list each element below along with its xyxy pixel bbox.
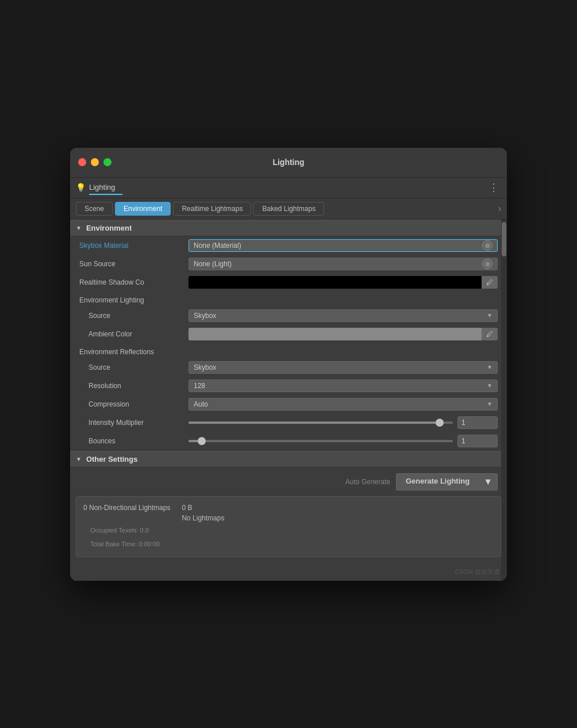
bounces-slider[interactable] xyxy=(189,440,453,442)
bounces-value: 1 xyxy=(461,437,466,445)
generate-row: Auto Generate Generate Lighting ▼ xyxy=(70,468,507,496)
intensity-multiplier-row: Intensity Multiplier 1 xyxy=(70,413,507,432)
env-lighting-source-dropdown[interactable]: Skybox ▼ xyxy=(189,309,498,322)
generate-btn-group: Generate Lighting ▼ xyxy=(396,473,498,491)
bounces-label: Bounces xyxy=(79,437,189,445)
ambient-color-color-field: 🖊 xyxy=(189,328,498,340)
resolution-field: 128 ▼ xyxy=(189,380,498,392)
compression-value: Auto xyxy=(194,400,208,408)
generate-lighting-button[interactable]: Generate Lighting xyxy=(396,473,479,491)
bounces-slider-row: 1 xyxy=(189,435,498,447)
traffic-lights xyxy=(78,158,111,166)
tab-bar-label: Lighting xyxy=(89,181,122,195)
skybox-material-value: None (Material) xyxy=(194,242,241,250)
env-lighting-source-value: Skybox xyxy=(194,312,216,320)
bounces-row: Bounces 1 xyxy=(70,432,507,450)
realtime-shadow-field: 🖊 xyxy=(189,276,498,289)
realtime-shadow-color-field: 🖊 xyxy=(189,276,498,289)
environment-section: ▼ Environment Skybox Material None (Mate… xyxy=(70,220,507,450)
lightmaps-count-text: 0 Non-Directional Lightmaps xyxy=(83,504,170,512)
tabs-row: Scene Environment Realtime Lightmaps Bak… xyxy=(70,198,507,220)
compression-label: Compression xyxy=(79,400,189,408)
scrollbar-thumb[interactable] xyxy=(502,222,506,256)
environment-lighting-label: Environment Lighting xyxy=(70,292,507,306)
compression-dropdown[interactable]: Auto ▼ xyxy=(189,398,498,411)
section-collapse-icon[interactable]: ▼ xyxy=(76,225,82,231)
compression-arrow-icon: ▼ xyxy=(487,401,493,407)
realtime-shadow-color-swatch[interactable] xyxy=(189,276,482,289)
reflections-source-dropdown[interactable]: Skybox ▼ xyxy=(189,361,498,374)
tab-realtime-lightmaps[interactable]: Realtime Lightmaps xyxy=(173,202,251,216)
bounces-slider-thumb[interactable] xyxy=(198,437,206,445)
other-settings-title: Other Settings xyxy=(86,455,138,463)
generate-dropdown-icon: ▼ xyxy=(483,477,493,486)
scrollbar[interactable] xyxy=(501,220,507,581)
lighting-icon: 💡 xyxy=(76,183,86,192)
info-box: 0 Non-Directional Lightmaps 0 B No Light… xyxy=(76,496,501,557)
intensity-slider-row: 1 xyxy=(189,416,498,429)
ambient-color-row: Ambient Color 🖊 xyxy=(70,325,507,343)
close-button[interactable] xyxy=(78,158,86,166)
resolution-label: Resolution xyxy=(79,382,189,390)
realtime-shadow-label: Realtime Shadow Co xyxy=(79,278,189,286)
total-bake-time-text: Total Bake Time: 0:00:00 xyxy=(83,536,494,550)
ambient-color-eyedropper-button[interactable]: 🖊 xyxy=(482,328,498,340)
resolution-dropdown[interactable]: 128 ▼ xyxy=(189,380,498,392)
maximize-button[interactable] xyxy=(103,158,111,166)
reflections-source-arrow-icon: ▼ xyxy=(487,364,493,370)
scroll-right-icon: › xyxy=(498,204,501,214)
skybox-material-field: None (Material) ◎ xyxy=(189,239,498,252)
info-stats-row: 0 Non-Directional Lightmaps 0 B No Light… xyxy=(83,504,494,522)
occupied-texels-text: Occupied Texels: 0.0 xyxy=(83,522,494,536)
bounces-value-input[interactable]: 1 xyxy=(457,435,498,447)
sun-source-row: Sun Source None (Light) ◎ xyxy=(70,255,507,273)
tab-environment[interactable]: Environment xyxy=(115,202,171,216)
minimize-button[interactable] xyxy=(91,158,99,166)
compression-field: Auto ▼ xyxy=(189,398,498,411)
intensity-value-input[interactable]: 1 xyxy=(457,416,498,429)
auto-generate-label: Auto Generate xyxy=(345,478,390,486)
skybox-material-input[interactable]: None (Material) ◎ xyxy=(189,239,498,252)
intensity-slider-thumb[interactable] xyxy=(436,419,444,427)
environment-section-header: ▼ Environment xyxy=(70,220,507,236)
ambient-color-swatch[interactable] xyxy=(189,328,482,340)
reflections-source-label: Source xyxy=(79,363,189,371)
info-col-left: 0 Non-Directional Lightmaps xyxy=(83,504,170,522)
realtime-shadow-eyedropper-button[interactable]: 🖊 xyxy=(482,276,498,289)
sun-source-label: Sun Source xyxy=(79,260,189,268)
environment-section-title: Environment xyxy=(86,224,132,232)
lighting-window: Lighting 💡 Lighting ⋮ Scene Environment … xyxy=(70,148,507,581)
other-settings-section: ▼ Other Settings xyxy=(70,451,507,468)
compression-row: Compression Auto ▼ xyxy=(70,395,507,413)
tab-baked-lightmaps[interactable]: Baked Lightmaps xyxy=(253,202,324,216)
info-col-right: 0 B No Lightmaps xyxy=(182,504,224,522)
sun-source-input[interactable]: None (Light) ◎ xyxy=(189,258,498,270)
env-lighting-source-arrow-icon: ▼ xyxy=(487,312,493,319)
tab-menu-button[interactable]: ⋮ xyxy=(486,179,501,196)
realtime-shadow-row: Realtime Shadow Co 🖊 xyxy=(70,273,507,292)
intensity-slider-fill xyxy=(189,422,440,424)
generate-dropdown-button[interactable]: ▼ xyxy=(479,473,498,491)
other-settings-collapse-icon[interactable]: ▼ xyxy=(76,456,82,462)
main-content: ▼ Environment Skybox Material None (Mate… xyxy=(70,220,507,581)
intensity-slider[interactable] xyxy=(189,422,453,424)
ambient-color-field: 🖊 xyxy=(189,328,498,340)
tab-scene[interactable]: Scene xyxy=(76,202,113,216)
env-lighting-source-label: Source xyxy=(79,312,189,320)
intensity-multiplier-field: 1 xyxy=(189,416,498,429)
env-lighting-source-row: Source Skybox ▼ xyxy=(70,306,507,325)
environment-reflections-label: Environment Reflections xyxy=(70,343,507,358)
env-lighting-source-field: Skybox ▼ xyxy=(189,309,498,322)
reflections-source-value: Skybox xyxy=(194,363,216,371)
lightmaps-size-text: 0 B xyxy=(182,504,224,512)
title-bar: Lighting xyxy=(70,148,507,178)
sun-source-value: None (Light) xyxy=(194,260,232,268)
skybox-material-picker-button[interactable]: ◎ xyxy=(482,240,493,251)
window-title: Lighting xyxy=(272,158,304,167)
skybox-material-row: Skybox Material None (Material) ◎ xyxy=(70,236,507,255)
ambient-color-label: Ambient Color xyxy=(79,330,189,338)
tab-bar: 💡 Lighting ⋮ xyxy=(70,178,507,198)
sun-source-picker-button[interactable]: ◎ xyxy=(482,259,493,269)
bounces-field: 1 xyxy=(189,435,498,447)
other-settings-header: ▼ Other Settings xyxy=(70,451,507,468)
